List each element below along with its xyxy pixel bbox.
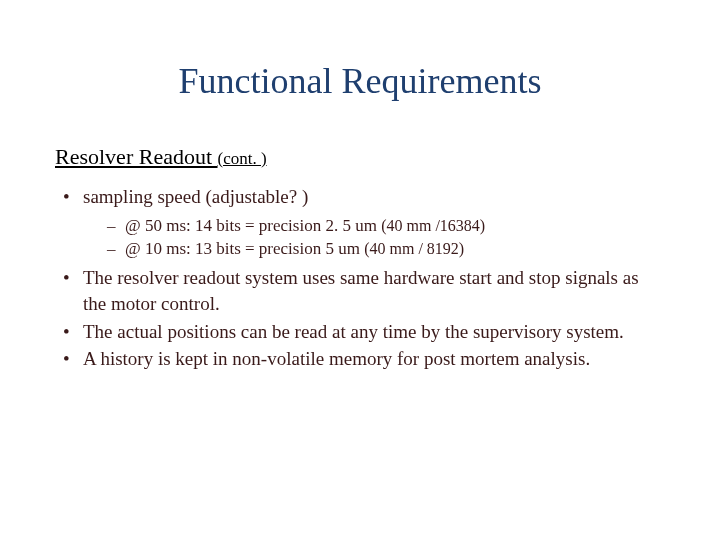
list-item: @ 10 ms: 13 bits = precision 5 um (40 mm… [103, 237, 665, 261]
sub-bullet-text: @ 50 ms: 14 bits = precision 2. 5 um [125, 216, 381, 235]
bullet-text: The resolver readout system uses same ha… [83, 267, 639, 314]
bullet-text: sampling speed (adjustable? ) [83, 186, 308, 207]
sub-bullet-text: @ 10 ms: 13 bits = precision 5 um [125, 239, 364, 258]
sub-bullet-list: @ 50 ms: 14 bits = precision 2. 5 um (40… [83, 214, 665, 262]
list-item: @ 50 ms: 14 bits = precision 2. 5 um (40… [103, 214, 665, 238]
section-heading-main: Resolver Readout [55, 144, 218, 169]
slide-title: Functional Requirements [55, 60, 665, 102]
list-item: sampling speed (adjustable? ) @ 50 ms: 1… [55, 184, 665, 261]
list-item: The actual positions can be read at any … [55, 319, 665, 345]
section-heading: Resolver Readout (cont. ) [55, 144, 665, 170]
sub-bullet-paren: (40 mm /16384) [381, 217, 485, 234]
section-heading-cont: (cont. ) [218, 149, 267, 168]
sub-bullet-paren: (40 mm / 8192) [364, 240, 464, 257]
bullet-text: The actual positions can be read at any … [83, 321, 624, 342]
bullet-list: sampling speed (adjustable? ) @ 50 ms: 1… [55, 184, 665, 372]
list-item: A history is kept in non-volatile memory… [55, 346, 665, 372]
list-item: The resolver readout system uses same ha… [55, 265, 665, 316]
bullet-text: A history is kept in non-volatile memory… [83, 348, 590, 369]
